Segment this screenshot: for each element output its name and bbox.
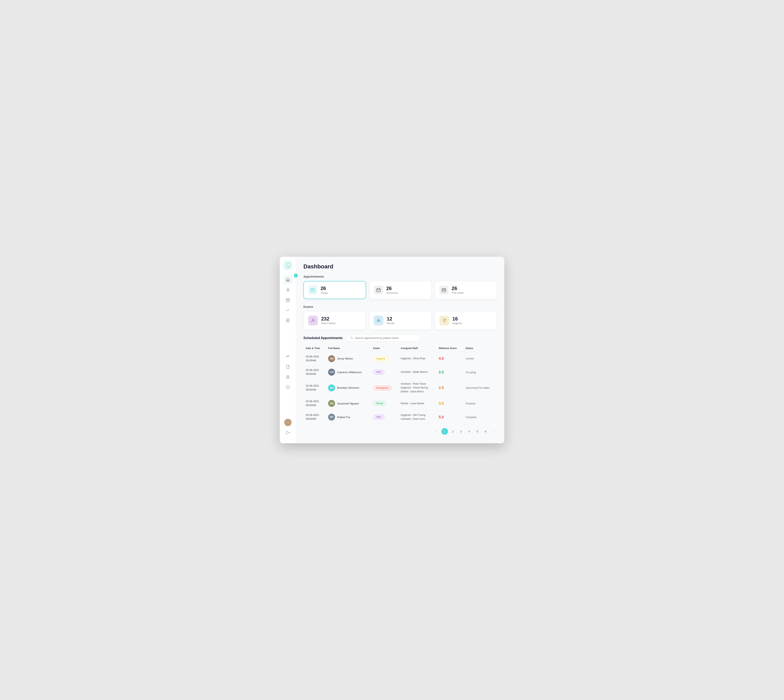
sidebar-item-handshake[interactable] (283, 352, 292, 361)
appt-card-tomorrow-text: 26 Tomorrow (386, 285, 398, 294)
wellness-score-2: 2.5 (439, 386, 444, 390)
sidebar-item-calendar[interactable] (283, 295, 292, 305)
week-icon (439, 285, 448, 295)
appt-week-label: This week (452, 291, 464, 294)
patient-avatar-4: RF (328, 413, 335, 420)
appt-card-week-text: 26 This week (452, 285, 464, 294)
staff-info-0: Hygienist - Olivia Rhye (401, 357, 434, 360)
cell-date-3: 02-06-202309:00AM (306, 400, 323, 407)
exam-card-new-patient[interactable]: 232 New Patient (303, 311, 366, 330)
col-status: Status (463, 345, 497, 352)
patient-name-3: Savannah Nguyen (337, 402, 359, 405)
sidebar-item-info[interactable] (283, 383, 292, 392)
col-exam: Exam (371, 345, 398, 352)
wellness-score-4: 5.0 (439, 415, 444, 419)
svg-rect-0 (287, 288, 288, 290)
appt-tomorrow-count: 26 (386, 285, 398, 291)
page-btn-3[interactable]: 3 (458, 428, 464, 435)
exam-badge-4: NPE (373, 415, 385, 420)
table-row[interactable]: 02-06-202309:00AMBSBrooklyn SimmonsEmerg… (303, 379, 497, 397)
pagination-next[interactable]: › (490, 428, 497, 435)
svg-rect-18 (444, 290, 444, 291)
page-btn-1[interactable]: 1 (441, 428, 448, 435)
appointments-cards-row: 26 Today 26 Tomorrow 26 This (303, 281, 497, 299)
sidebar-bottom (283, 419, 292, 439)
exam-card-hygiene[interactable]: 16 Hygiene (434, 311, 497, 330)
status-4: Complete (466, 416, 477, 419)
appt-card-tomorrow[interactable]: 26 Tomorrow (370, 281, 432, 299)
exam-new-patient-text: 232 New Patient (321, 316, 335, 325)
svg-rect-19 (444, 290, 445, 291)
page-btn-5[interactable]: 5 (474, 428, 481, 435)
svg-point-21 (378, 319, 380, 320)
exam-recall-text: 12 Recall (387, 316, 394, 325)
page-title: Dashboard (303, 263, 497, 270)
wellness-score-3: 3.5 (439, 402, 444, 405)
sidebar-item-home[interactable] (283, 275, 292, 284)
appt-tomorrow-label: Tomorrow (386, 291, 398, 294)
patient-avatar-1: CW (328, 369, 335, 376)
sidebar-item-docs[interactable] (283, 316, 292, 325)
cell-date-1: 02-06-202309:00AM (306, 368, 323, 376)
sidebar-item-lock[interactable] (283, 372, 292, 382)
exam-hygiene-label: Hygiene (453, 322, 462, 325)
search-icon (350, 337, 353, 340)
sidebar-item-file[interactable] (283, 362, 292, 371)
user-avatar[interactable] (284, 419, 291, 426)
appt-today-count: 26 (321, 285, 328, 291)
tomorrow-icon (374, 285, 383, 295)
sidebar-item-mic[interactable] (283, 285, 292, 294)
table-row[interactable]: 02-06-202309:00AMCWCameron WilliamsonNPE… (303, 365, 497, 379)
exam-card-recall[interactable]: 12 Recall (369, 311, 431, 330)
appt-card-today[interactable]: 26 Today (303, 281, 366, 299)
patient-cell-0: JWJenny Wilson (328, 355, 368, 362)
exams-section-header: Exams (303, 305, 497, 308)
svg-point-23 (379, 320, 380, 322)
wellness-score-1: 2.0 (439, 370, 444, 374)
sidebar (280, 257, 296, 443)
patient-avatar-0: JW (328, 355, 335, 362)
cell-date-0: 02-06-202309:00AM (306, 355, 323, 363)
svg-point-20 (312, 319, 314, 320)
exam-badge-1: NPE (373, 370, 385, 375)
search-input[interactable] (355, 337, 417, 340)
page-btn-6[interactable]: 6 (482, 428, 489, 435)
app-logo (283, 261, 292, 270)
page-btn-4[interactable]: 4 (466, 428, 473, 435)
exam-badge-0: Hygiene (373, 356, 388, 361)
pagination-prev[interactable]: ‹ (433, 428, 440, 435)
today-icon (308, 285, 317, 295)
page-btn-2[interactable]: 2 (449, 428, 456, 435)
hygiene-icon (439, 316, 449, 325)
appt-week-count: 26 (452, 285, 464, 291)
table-row[interactable]: 02-06-202309:00AMJWJenny WilsonHygieneHy… (303, 352, 497, 365)
exam-recall-count: 12 (387, 316, 394, 322)
svg-line-26 (352, 338, 353, 339)
svg-point-11 (285, 423, 290, 426)
table-row[interactable]: 02-06-202309:00AMRFRobert FoxNPEHygienis… (303, 410, 497, 424)
svg-rect-14 (313, 290, 313, 291)
svg-rect-3 (287, 300, 287, 301)
patient-avatar-2: BS (328, 384, 335, 392)
table-row[interactable]: 02-06-202309:00AMSNSavannah NguyenRecall… (303, 397, 497, 410)
patient-avatar-3: SN (328, 400, 335, 407)
patient-name-0: Jenny Wilson (337, 357, 353, 360)
sidebar-nav-bottom-group (283, 352, 292, 417)
svg-rect-4 (288, 300, 288, 301)
staff-info-2: Assistant - Polar TravorHygienist - Arle… (401, 382, 434, 394)
appointments-table: Date & Time Full Name Exam Assigned Staf… (303, 345, 497, 424)
patient-cell-1: CWCameron Williamson (328, 369, 368, 376)
exam-cards-row: 232 New Patient 12 Recall 16 (303, 311, 497, 330)
patient-name-2: Brooklyn Simmons (337, 386, 359, 389)
patient-cell-4: RFRobert Fox (328, 413, 368, 420)
search-box[interactable] (347, 335, 420, 342)
sidebar-item-chart[interactable] (283, 306, 292, 315)
appt-card-week[interactable]: 26 This week (434, 281, 497, 299)
svg-rect-15 (377, 288, 380, 292)
patient-name-4: Robert Fox (337, 416, 350, 419)
exam-badge-3: Recall (373, 401, 386, 406)
sidebar-expand-button[interactable] (293, 273, 298, 278)
sidebar-nav (283, 275, 292, 340)
sidebar-item-logout[interactable] (283, 428, 292, 437)
wellness-score-0: 4.0 (439, 357, 444, 360)
